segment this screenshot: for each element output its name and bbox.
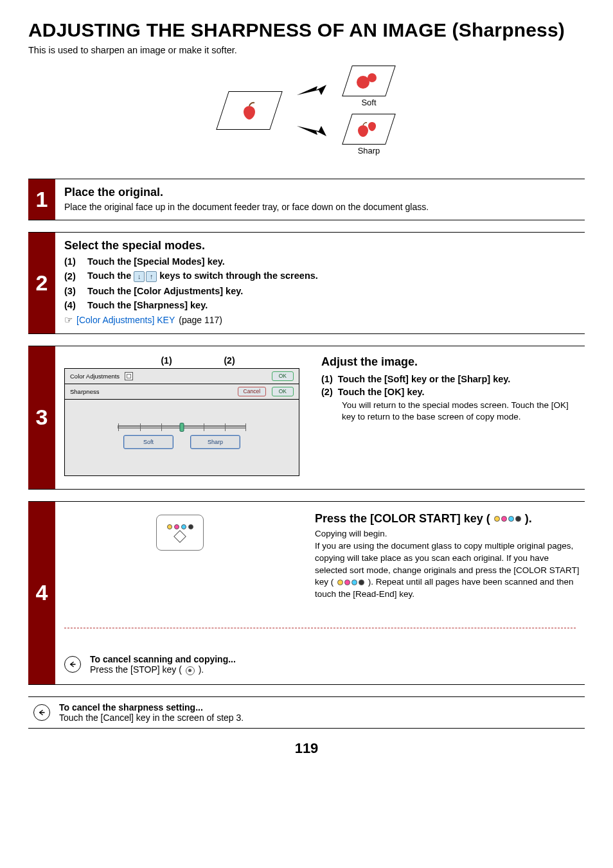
sharp-button[interactable]: Sharp — [190, 435, 240, 449]
step-1-title: Place the original. — [64, 186, 581, 199]
substep-n: (1) — [321, 374, 333, 384]
color-dots-icon — [337, 580, 364, 585]
substep-text: Touch the [OK] key. — [338, 387, 425, 397]
step-number: 2 — [28, 233, 55, 333]
arrow-keys-icon: ↓↑ — [134, 271, 157, 282]
panel-header-label: Color Adjustments — [70, 373, 120, 380]
color-start-key-icon — [156, 515, 204, 551]
original-page — [216, 91, 282, 130]
step-number: 1 — [28, 179, 55, 220]
sharp-result — [342, 114, 396, 145]
soft-label: Soft — [361, 98, 376, 107]
diamond-icon — [173, 530, 186, 543]
substep-text: Touch the — [87, 270, 134, 281]
back-icon — [64, 656, 81, 673]
soft-button[interactable]: Soft — [123, 435, 173, 449]
arrow-icon — [296, 123, 328, 139]
arrow-icon — [296, 82, 328, 98]
panel-row-label: Sharpness — [70, 388, 99, 395]
dashed-divider — [64, 628, 576, 628]
step-1: 1 Place the original. Place the original… — [28, 179, 585, 220]
substep-text: Touch the [Color Adjustments] key. — [87, 286, 243, 296]
sharp-label: Sharp — [358, 146, 380, 155]
substep-text: keys to switch through the screens. — [159, 270, 318, 281]
apple-icon — [353, 69, 385, 93]
step-2-title: Select the special modes. — [64, 239, 581, 252]
callout-1: (1) — [161, 355, 172, 366]
stop-icon — [186, 666, 195, 675]
substep-n: (1) — [64, 256, 82, 267]
callout-2: (2) — [224, 355, 235, 366]
svg-point-1 — [368, 73, 377, 82]
sharpness-slider[interactable] — [118, 425, 246, 429]
intro-text: This is used to sharpen an image or make… — [28, 45, 585, 55]
step-2: 2 Select the special modes. (1)Touch the… — [28, 232, 585, 334]
cancel-button[interactable]: Cancel — [238, 387, 266, 396]
substep-text: Touch the [Sharpness] key. — [87, 300, 208, 310]
ok-button[interactable]: OK — [272, 387, 294, 396]
color-dots-icon — [494, 516, 521, 522]
pointer-icon: ☞ — [64, 314, 73, 326]
step-3-note: You will return to the special modes scr… — [321, 400, 581, 423]
cancel-title: To cancel scanning and copying... — [90, 654, 236, 664]
back-icon — [33, 704, 50, 721]
apple-icon — [236, 99, 263, 122]
screen-mockup: Color Adjustments OK Sharpness Cancel OK — [64, 368, 299, 476]
cancel-text: ). — [199, 664, 204, 675]
ok-button[interactable]: OK — [272, 371, 294, 381]
footer-text: Touch the [Cancel] key in the screen of … — [59, 713, 244, 723]
step-4-title: Press the [COLOR START] key ( ). — [315, 511, 581, 527]
illustration: Soft Sharp — [28, 66, 585, 155]
panel-header-icon — [125, 372, 133, 380]
step-1-text: Place the original face up in the docume… — [64, 202, 581, 212]
page-title: ADJUSTING THE SHARPNESS OF AN IMAGE (Sha… — [28, 19, 585, 41]
step-4-para: If you are using the document glass to c… — [315, 540, 581, 601]
footer-note: To cancel the sharpness setting... Touch… — [28, 696, 585, 729]
substep-n: (2) — [321, 387, 333, 397]
cancel-text: Press the [STOP] key ( — [90, 664, 182, 675]
step-number: 4 — [28, 502, 55, 684]
step-4-line: Copying will begin. — [315, 528, 581, 540]
substep-text: Touch the [Soft] key or the [Sharp] key. — [338, 374, 511, 384]
link-page: (page 117) — [179, 315, 222, 325]
substep-n: (2) — [64, 271, 82, 281]
step-number: 3 — [28, 346, 55, 489]
footer-title: To cancel the sharpness setting... — [59, 702, 244, 713]
apple-icon — [353, 118, 385, 141]
color-adjustments-link[interactable]: [Color Adjustments] KEY — [76, 315, 175, 325]
soft-result — [342, 66, 396, 96]
substep-n: (4) — [64, 300, 82, 310]
substep-n: (3) — [64, 286, 82, 296]
step-3: 3 (1) (2) Color Adjustments OK Sharpness — [28, 346, 585, 490]
page-number: 119 — [28, 740, 585, 757]
substep-text: Touch the [Special Modes] key. — [87, 256, 225, 267]
step-3-title: Adjust the image. — [321, 355, 581, 369]
step-4: 4 Press the [COLOR START] key ( — [28, 501, 585, 685]
